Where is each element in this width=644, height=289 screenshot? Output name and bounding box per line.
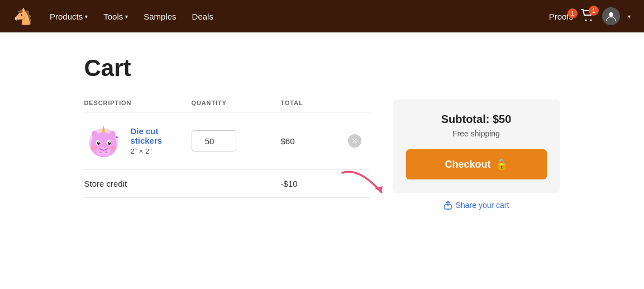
navbar: 🐴 Products ▾ Tools ▾ Samples Deals Proof…: [0, 0, 644, 32]
lock-icon: 🔒: [495, 158, 508, 170]
store-credit-row: Store credit -$10: [84, 170, 370, 198]
nav-user-avatar[interactable]: [602, 7, 620, 25]
nav-products-chevron-icon: ▾: [85, 13, 88, 20]
cart-sidebar: Subtotal: $50 Free shipping Checkout 🔒: [393, 100, 560, 210]
svg-point-0: [585, 19, 587, 21]
svg-point-11: [105, 151, 107, 153]
svg-point-17: [109, 142, 110, 143]
store-credit-label: Store credit: [84, 179, 192, 188]
page-title: Cart: [84, 55, 560, 82]
svg-point-1: [590, 19, 592, 21]
store-credit-amount: -$10: [281, 179, 348, 188]
main-content: Cart DESCRIPTION QUANTITY TOTAL: [71, 32, 574, 232]
nav-cart-button[interactable]: 1: [581, 9, 594, 24]
nav-item-deals[interactable]: Deals: [185, 7, 220, 26]
nav-proofs-button[interactable]: Proofs 1: [549, 12, 573, 21]
free-shipping-text: Free shipping: [406, 129, 547, 138]
header-description: DESCRIPTION: [84, 100, 192, 106]
cart-badge: 1: [589, 6, 599, 16]
svg-point-18: [90, 146, 97, 150]
share-cart-link[interactable]: Share your cart: [443, 201, 509, 210]
nav-item-products[interactable]: Products ▾: [43, 7, 94, 26]
nav-user-chevron-icon[interactable]: ▾: [628, 13, 631, 20]
checkout-label: Checkout: [445, 159, 490, 170]
product-thumbnail: ✦: [84, 121, 123, 160]
share-cart-label: Share your cart: [456, 201, 509, 210]
remove-item-button[interactable]: ✕: [348, 134, 361, 148]
svg-point-9: [97, 147, 111, 157]
nav-item-tools[interactable]: Tools ▾: [97, 7, 135, 26]
svg-point-2: [609, 12, 613, 17]
svg-marker-21: [375, 186, 383, 192]
share-section: Share your cart: [393, 201, 560, 210]
quantity-input[interactable]: [192, 130, 236, 151]
proofs-badge: 1: [567, 8, 578, 18]
product-name[interactable]: Die cut stickers: [130, 126, 191, 145]
header-remove: [348, 100, 370, 106]
nav-items: Products ▾ Tools ▾ Samples Deals: [43, 7, 549, 26]
item-price: $60: [281, 136, 348, 146]
quantity-cell: [192, 130, 281, 151]
nav-deals-label: Deals: [192, 12, 213, 21]
checkout-button[interactable]: Checkout 🔒: [406, 149, 547, 179]
nav-tools-chevron-icon: ▾: [125, 13, 128, 20]
table-row: ✦ Die cut stickers 2″ × 2″ $60 ✕: [84, 112, 370, 170]
nav-logo[interactable]: 🐴: [13, 7, 33, 26]
sidebar-card: Subtotal: $50 Free shipping Checkout 🔒: [393, 100, 560, 193]
cart-table: DESCRIPTION QUANTITY TOTAL: [84, 100, 370, 198]
product-info: ✦ Die cut stickers 2″ × 2″: [84, 121, 192, 160]
remove-cell: ✕: [348, 134, 370, 148]
header-quantity: QUANTITY: [192, 100, 281, 106]
svg-point-19: [110, 146, 116, 150]
nav-samples-label: Samples: [144, 12, 176, 21]
nav-tools-label: Tools: [103, 12, 123, 21]
nav-item-samples[interactable]: Samples: [137, 7, 183, 26]
nav-products-label: Products: [50, 12, 83, 21]
cart-layout: DESCRIPTION QUANTITY TOTAL: [84, 100, 560, 210]
svg-point-16: [98, 142, 99, 143]
svg-text:✦: ✦: [114, 134, 118, 140]
cart-table-header: DESCRIPTION QUANTITY TOTAL: [84, 100, 370, 112]
product-size: 2″ × 2″: [130, 147, 191, 155]
product-details: Die cut stickers 2″ × 2″: [130, 126, 191, 155]
svg-point-10: [99, 151, 102, 153]
header-total: TOTAL: [281, 100, 348, 106]
nav-right: Proofs 1 1 ▾: [549, 7, 631, 25]
share-icon: [443, 201, 452, 210]
subtotal-text: Subtotal: $50: [406, 113, 547, 126]
